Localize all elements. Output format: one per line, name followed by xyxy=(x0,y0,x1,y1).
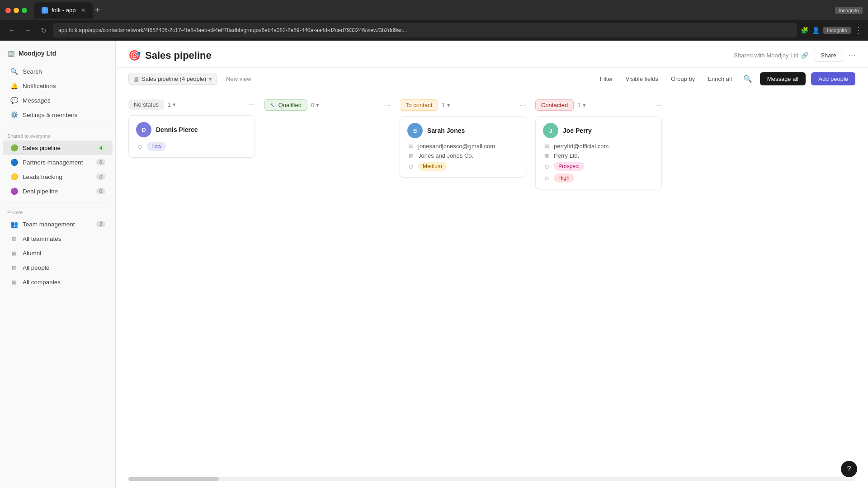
sidebar-item-messages[interactable]: 💬 Messages xyxy=(3,93,113,108)
sidebar-item-all-companies[interactable]: ▦ All companies xyxy=(3,275,113,289)
email-value: jonesandjonesco@gmail.com xyxy=(418,143,495,150)
toolbar: ▦ Sales pipeline (4 people) ▾ New view F… xyxy=(116,68,868,90)
message-all-button[interactable]: Message all xyxy=(760,72,806,85)
address-bar[interactable] xyxy=(53,23,797,38)
help-button[interactable]: ? xyxy=(841,461,857,477)
forward-button[interactable]: → xyxy=(22,24,34,36)
company-icon: ▦ xyxy=(543,153,550,159)
card-field-company-sarah: ▦ Jones and Jones Co. xyxy=(407,152,519,159)
messages-icon: 💬 xyxy=(10,96,18,104)
priority-badge-medium: Medium xyxy=(418,162,447,171)
new-tab-button[interactable]: + xyxy=(94,5,100,15)
avatar-letter: S xyxy=(413,127,417,134)
sidebar-item-sales-pipeline[interactable]: 🟢 Sales pipeline 4 xyxy=(3,141,113,155)
column-count-to-contact[interactable]: 1 ▾ xyxy=(442,102,450,108)
sidebar-item-all-people[interactable]: ▦ All people xyxy=(3,260,113,275)
maximize-dot[interactable] xyxy=(22,8,27,13)
sidebar-item-settings[interactable]: ⚙️ Settings & members xyxy=(3,108,113,122)
column-tag-to-contact: To contact xyxy=(400,99,438,111)
chevron-down-icon: ▾ xyxy=(173,101,176,108)
deal-icon: 🟣 xyxy=(10,187,18,195)
settings-icon: ⚙️ xyxy=(10,111,18,119)
kanban-column-no-status: No status 1 ▾ ··· D Dennis Pierce xyxy=(128,99,255,162)
view-grid-icon: ▦ xyxy=(133,75,139,82)
minimize-dot[interactable] xyxy=(14,8,19,13)
browser-right-actions: 🧩 👤 Incognito ⋮ xyxy=(801,25,863,35)
card-name-dennis: Dennis Pierce xyxy=(156,126,198,133)
more-options-button[interactable]: ··· xyxy=(849,51,855,60)
kanban-column-contacted: Contacted 1 ▾ ··· J Joe Perry xyxy=(535,99,662,194)
new-view-button[interactable]: New view xyxy=(222,73,255,84)
card-name-sarah: Sarah Jones xyxy=(427,127,465,134)
incognito-label: Incognito xyxy=(823,27,851,34)
sidebar-item-alumni[interactable]: ▦ Alumni xyxy=(3,246,113,260)
card-person: D Dennis Pierce xyxy=(136,122,247,137)
count-value: 1 xyxy=(577,102,580,108)
sidebar-item-partners-management[interactable]: 🔵 Partners management 0 xyxy=(3,155,113,169)
column-header-no-status: No status 1 ▾ ··· xyxy=(128,99,255,110)
scrollbar-thumb[interactable] xyxy=(128,477,219,481)
kanban-card-joe-perry[interactable]: J Joe Perry ✉ perryltd@official.com ▦ Pe… xyxy=(535,116,662,189)
sales-pipeline-badge: 4 xyxy=(96,145,105,151)
profile-icon: 👤 xyxy=(812,27,820,34)
column-tag-qualified: ↖ Qualified xyxy=(264,99,307,111)
qualified-label: Qualified xyxy=(278,102,302,108)
all-companies-icon: ▦ xyxy=(10,278,18,286)
sidebar-item-label: Team management xyxy=(23,221,75,228)
count-value: 1 xyxy=(442,102,445,108)
active-tab[interactable]: f folk - app ✕ xyxy=(34,2,93,19)
view-label: Sales pipeline (4 people) xyxy=(142,75,206,82)
card-field-priority-dennis: ⊙ Low xyxy=(136,142,247,151)
column-count-contacted[interactable]: 1 ▾ xyxy=(577,102,585,108)
reload-button[interactable]: ↻ xyxy=(38,24,49,37)
add-people-button[interactable]: Add people xyxy=(811,72,855,85)
sidebar-divider-2 xyxy=(7,202,108,202)
search-button[interactable]: 🔍 xyxy=(741,72,755,85)
card-field-company-joe: ▦ Perry Ltd. xyxy=(543,152,654,159)
kanban-board: No status 1 ▾ ··· D Dennis Pierce xyxy=(116,90,868,477)
column-more-to-contact[interactable]: ··· xyxy=(519,100,526,110)
company-icon: ▦ xyxy=(407,153,415,159)
card-field-email-sarah: ✉ jonesandjonesco@gmail.com xyxy=(407,143,519,150)
column-more-no-status[interactable]: ··· xyxy=(248,100,255,109)
avatar-letter: J xyxy=(549,127,552,134)
kanban-card-dennis-pierce[interactable]: D Dennis Pierce ⊙ Low xyxy=(128,115,255,158)
column-count-qualified[interactable]: 0 ▾ xyxy=(311,102,319,108)
menu-icon[interactable]: ⋮ xyxy=(854,25,863,35)
avatar-sarah: S xyxy=(407,123,423,138)
priority-icon: ⊙ xyxy=(543,175,550,182)
sidebar-item-label: All teammates xyxy=(23,235,61,242)
card-field-email-joe: ✉ perryltd@official.com xyxy=(543,143,654,150)
tab-close-button[interactable]: ✕ xyxy=(81,7,85,14)
card-name-joe: Joe Perry xyxy=(563,127,592,134)
close-dot[interactable] xyxy=(5,8,11,13)
share-button[interactable]: Share xyxy=(814,49,843,62)
incognito-badge: Incognito xyxy=(835,7,863,14)
kanban-card-sarah-jones[interactable]: S Sarah Jones ✉ jonesandjonesco@gmail.co… xyxy=(400,116,526,178)
view-selector[interactable]: ▦ Sales pipeline (4 people) ▾ xyxy=(128,73,217,85)
sidebar-item-all-teammates[interactable]: ▦ All teammates xyxy=(3,231,113,246)
filter-button[interactable]: Filter xyxy=(596,73,617,84)
back-button[interactable]: ← xyxy=(5,24,18,36)
horizontal-scrollbar[interactable] xyxy=(128,477,855,481)
group-by-button[interactable]: Group by xyxy=(667,73,698,84)
enrich-all-button[interactable]: Enrich all xyxy=(704,73,735,84)
sidebar-item-team-management[interactable]: 👥 Team management 2 xyxy=(3,217,113,231)
partners-badge: 0 xyxy=(96,159,105,165)
sidebar-item-search[interactable]: 🔍 Search xyxy=(3,64,113,79)
column-more-contacted[interactable]: ··· xyxy=(655,100,662,110)
sidebar-item-notifications[interactable]: 🔔 Notifications xyxy=(3,79,113,93)
shared-section-label: Shared to everyone xyxy=(0,130,115,141)
priority-icon: ⊙ xyxy=(136,143,143,150)
browser-chrome: f folk - app ✕ + Incognito ← → ↻ 🧩 👤 Inc… xyxy=(0,0,868,41)
column-more-qualified[interactable]: ··· xyxy=(384,100,391,110)
browser-nav-actions: Incognito xyxy=(835,7,863,14)
all-people-icon: ▦ xyxy=(10,263,18,272)
card-field-priority-joe: ⊙ High xyxy=(543,174,654,183)
sidebar-item-deal-pipeline[interactable]: 🟣 Deal pipeline 0 xyxy=(3,184,113,198)
qualified-cursor: ↖ xyxy=(270,102,275,108)
column-tag-no-status: No status xyxy=(128,99,164,110)
visible-fields-button[interactable]: Visible fields xyxy=(622,73,662,84)
column-count-no-status[interactable]: 1 ▾ xyxy=(168,101,176,108)
sidebar-item-leads-tracking[interactable]: 🟡 Leads tracking 0 xyxy=(3,169,113,184)
